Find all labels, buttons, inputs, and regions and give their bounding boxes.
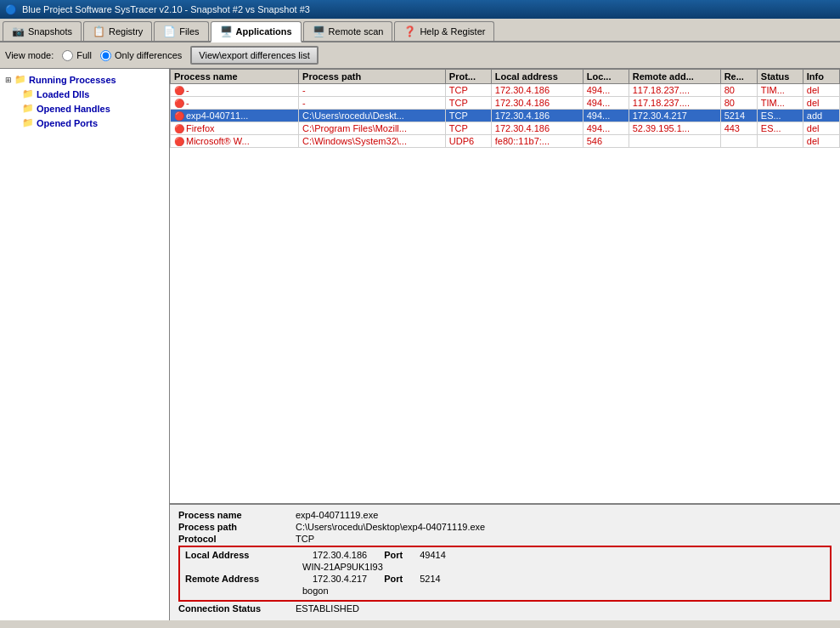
title-icon: 🔵 [5, 4, 17, 15]
radio-full[interactable] [62, 50, 73, 61]
detail-process-name-label: Process name [178, 510, 289, 520]
tab-registry[interactable]: 📋 Registry [83, 21, 152, 41]
col-header-process-name[interactable]: Process name [171, 70, 299, 84]
table-cell: 🔴Firefox [171, 122, 299, 135]
registry-icon: 📋 [93, 25, 105, 37]
table-cell: ES... [757, 110, 803, 122]
remote-scan-icon: 🖥️ [313, 25, 325, 37]
table-cell: 443 [720, 122, 757, 135]
table-row[interactable]: 🔴exp4-040711...C:\Users\rocedu\Deskt...T… [171, 110, 840, 122]
sidebar-item-opened-handles[interactable]: 📁 Opened Handles [20, 101, 166, 116]
table-cell [629, 135, 720, 148]
detail-process-path-label: Process path [178, 522, 289, 532]
col-header-process-path[interactable]: Process path [299, 70, 446, 84]
col-header-protocol[interactable]: Prot... [445, 70, 491, 84]
process-table: Process name Process path Prot... Local … [170, 69, 840, 148]
table-cell: C:\Users\rocedu\Deskt... [299, 110, 446, 122]
table-row[interactable]: 🔴Microsoft® W...C:\Windows\System32\...U… [171, 135, 840, 148]
table-cell: 117.18.237.... [629, 97, 720, 110]
detail-highlighted-section: Local Address 172.30.4.186 Port 49414 WI… [178, 546, 832, 602]
tab-applications[interactable]: 🖥️ Applications [211, 21, 302, 42]
sidebar-item-running-processes[interactable]: ⊞ 📁 Running Processes [3, 72, 166, 87]
view-mode-label: View mode: [5, 50, 54, 60]
table-cell: add [803, 110, 839, 122]
detail-panel: Process name exp4-04071119.exe Process p… [170, 503, 840, 620]
col-header-local-address[interactable]: Local address [491, 70, 583, 84]
sidebar-opened-handles-label: Opened Handles [37, 104, 110, 114]
table-cell: - [299, 97, 446, 110]
window-title: Blue Project Software SysTracer v2.10 - … [22, 4, 310, 14]
detail-connection-status-row: Connection Status ESTABLISHED [178, 603, 832, 614]
detail-local-address-row: Local Address 172.30.4.186 Port 49414 [185, 550, 825, 560]
table-cell: 52.39.195.1... [629, 122, 720, 135]
detail-process-path-value: C:\Users\rocedu\Desktop\exp4-04071119.ex… [296, 522, 485, 532]
col-header-remote-port[interactable]: Re... [720, 70, 757, 84]
detail-local-address-value: 172.30.4.186 [313, 550, 367, 560]
main-layout: ⊞ 📁 Running Processes 📁 Loaded Dlls 📁 Op… [0, 69, 840, 620]
table-cell: 172.30.4.186 [491, 122, 583, 135]
tab-help-label: Help & Register [420, 26, 485, 37]
detail-remote-hostname-row: bogon [185, 586, 825, 596]
tab-remote-scan-label: Remote scan [329, 26, 384, 37]
table-row[interactable]: 🔴--TCP172.30.4.186494...117.18.237....80… [171, 97, 840, 110]
table-cell: 494... [583, 122, 629, 135]
table-cell: 494... [583, 97, 629, 110]
table-cell: 80 [720, 84, 757, 97]
snapshots-icon: 📷 [12, 25, 25, 37]
toolbar: View mode: Full Only differences View\ex… [0, 42, 840, 69]
table-cell: 117.18.237.... [629, 84, 720, 97]
detail-connection-status-value: ESTABLISHED [296, 603, 359, 614]
table-cell: UDP6 [445, 135, 491, 148]
table-cell: 546 [583, 135, 629, 148]
tab-remote-scan[interactable]: 🖥️ Remote scan [303, 21, 393, 41]
tab-snapshots-label: Snapshots [28, 26, 72, 37]
tab-files-label: Files [179, 26, 199, 37]
tab-snapshots[interactable]: 📷 Snapshots [3, 21, 82, 41]
table-cell: 🔴exp4-040711... [171, 110, 299, 122]
sidebar: ⊞ 📁 Running Processes 📁 Loaded Dlls 📁 Op… [0, 69, 170, 620]
table-cell: 80 [720, 97, 757, 110]
applications-icon: 🖥️ [220, 25, 233, 37]
radio-full-label: Full [76, 50, 92, 60]
tab-bar: 📷 Snapshots 📋 Registry 📄 Files 🖥️ Applic… [0, 19, 840, 42]
table-cell: TCP [445, 110, 491, 122]
detail-process-name-value: exp4-04071119.exe [296, 510, 378, 520]
folder-icon-dlls: 📁 [22, 88, 34, 99]
sidebar-item-opened-ports[interactable]: 📁 Opened Ports [20, 116, 166, 130]
sidebar-item-loaded-dlls[interactable]: 📁 Loaded Dlls [20, 87, 166, 101]
radio-only-differences[interactable] [100, 50, 111, 61]
col-header-info[interactable]: Info [803, 70, 839, 84]
table-row[interactable]: 🔴--TCP172.30.4.186494...117.18.237....80… [171, 84, 840, 97]
detail-connection-status-label: Connection Status [178, 603, 289, 614]
detail-remote-hostname-value: bogon [302, 586, 329, 596]
sidebar-opened-ports-label: Opened Ports [37, 118, 98, 128]
col-header-status[interactable]: Status [757, 70, 803, 84]
tab-applications-label: Applications [236, 26, 292, 37]
table-cell: del [803, 122, 839, 135]
table-cell: TIM... [757, 84, 803, 97]
table-cell: TCP [445, 97, 491, 110]
table-cell: 5214 [720, 110, 757, 122]
detail-local-hostname-value: WIN-21AP9UK1I93 [302, 562, 383, 572]
table-cell: 494... [583, 110, 629, 122]
detail-process-path-row: Process path C:\Users\rocedu\Desktop\exp… [178, 522, 832, 532]
sidebar-sub-items: 📁 Loaded Dlls 📁 Opened Handles 📁 Opened … [3, 87, 166, 130]
table-cell: 172.30.4.186 [491, 84, 583, 97]
table-row[interactable]: 🔴FirefoxC:\Program Files\Mozill...TCP172… [171, 122, 840, 135]
tab-help[interactable]: ❓ Help & Register [394, 21, 494, 41]
col-header-local-port[interactable]: Loc... [583, 70, 629, 84]
sidebar-loaded-dlls-label: Loaded Dlls [37, 89, 89, 99]
detail-local-port-label: Port [384, 550, 403, 560]
table-cell: - [299, 84, 446, 97]
table-cell: TCP [445, 122, 491, 135]
col-header-remote-address[interactable]: Remote add... [629, 70, 720, 84]
tab-files[interactable]: 📄 Files [154, 21, 208, 41]
detail-remote-port-value: 5214 [420, 574, 440, 584]
table-cell: 172.30.4.217 [629, 110, 720, 122]
help-icon: ❓ [403, 25, 416, 37]
table-container[interactable]: Process name Process path Prot... Local … [170, 69, 840, 503]
detail-protocol-row: Protocol TCP [178, 534, 832, 544]
table-cell: TCP [445, 84, 491, 97]
expand-icon[interactable]: ⊞ [5, 76, 12, 84]
view-export-button[interactable]: View\export differences list [190, 46, 318, 65]
